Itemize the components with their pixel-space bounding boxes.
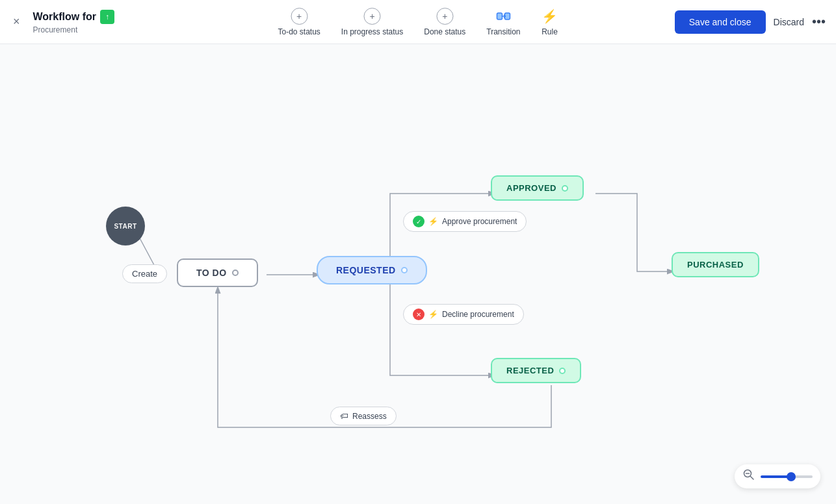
- create-label: Create: [122, 264, 167, 283]
- toolbar-done-label: Done status: [424, 27, 465, 36]
- toolbar-todo-status[interactable]: + To-do status: [278, 8, 320, 36]
- reassess-label: 🏷 Reassess: [330, 407, 397, 425]
- approve-green-icon: ✓: [413, 216, 425, 227]
- toolbar-inprogress-status[interactable]: + In progress status: [341, 8, 403, 36]
- toolbar-transition-label: Transition: [486, 27, 520, 36]
- header-right: Save and close Discard •••: [675, 10, 826, 34]
- decline-red-icon: ✕: [413, 309, 425, 320]
- toolbar-done-status[interactable]: + Done status: [424, 8, 465, 36]
- rejected-node[interactable]: REJECTED: [491, 358, 581, 383]
- toolbar-transition[interactable]: Transition: [486, 8, 520, 36]
- zoom-controls: [735, 464, 820, 488]
- start-label: START: [106, 207, 145, 246]
- approved-node[interactable]: APPROVED: [491, 175, 584, 201]
- decline-transition[interactable]: ✕ ⚡ Decline procurement: [403, 304, 524, 325]
- title-block: Workflow for ↑ Procurement: [33, 10, 114, 34]
- rejected-label: REJECTED: [491, 358, 581, 383]
- requested-node[interactable]: REQUESTED: [317, 256, 427, 284]
- toolbar-rule[interactable]: ⚡ Rule: [542, 8, 558, 36]
- requested-label: REQUESTED: [317, 256, 427, 284]
- rejected-dot: [559, 368, 566, 374]
- bolt-icon: ⚡: [542, 8, 558, 25]
- approve-bolt-icon: ⚡: [428, 217, 438, 226]
- transition-icon: [495, 8, 512, 25]
- reassess-transition[interactable]: 🏷 Reassess: [330, 407, 397, 425]
- header: × Workflow for ↑ Procurement + To-do sta…: [0, 0, 836, 44]
- start-node[interactable]: START: [106, 207, 145, 246]
- workflow-canvas[interactable]: START Create TO DO REQUESTED ✓ ⚡ Approve…: [0, 44, 836, 504]
- approved-label: APPROVED: [491, 175, 584, 201]
- todo-label: TO DO: [177, 258, 258, 287]
- more-button[interactable]: •••: [812, 14, 826, 29]
- zoom-icon: [742, 468, 755, 485]
- svg-line-6: [751, 477, 754, 480]
- purchased-label: PURCHASED: [672, 252, 759, 277]
- approve-label: ✓ ⚡ Approve procurement: [403, 211, 527, 232]
- todo-plus-icon: +: [291, 8, 307, 25]
- discard-button[interactable]: Discard: [774, 17, 804, 27]
- flag-icon: 🏷: [340, 411, 348, 421]
- todo-node[interactable]: TO DO: [177, 258, 258, 287]
- toolbar-rule-label: Rule: [542, 27, 558, 36]
- approve-transition[interactable]: ✓ ⚡ Approve procurement: [403, 211, 527, 232]
- requested-dot: [401, 267, 408, 273]
- toolbar: + To-do status + In progress status + Do…: [278, 8, 558, 36]
- decline-bolt-icon: ⚡: [428, 310, 438, 319]
- subtitle: Procurement: [33, 25, 114, 34]
- approved-dot: [562, 185, 568, 192]
- done-plus-icon: +: [436, 8, 453, 25]
- title-text: Workflow for: [33, 11, 96, 23]
- purchased-node[interactable]: PURCHASED: [672, 252, 759, 277]
- svg-rect-0: [497, 13, 502, 19]
- save-button[interactable]: Save and close: [675, 10, 766, 34]
- create-transition[interactable]: Create: [122, 264, 167, 283]
- toolbar-todo-label: To-do status: [278, 27, 320, 36]
- inprogress-plus-icon: +: [364, 8, 381, 25]
- decline-label: ✕ ⚡ Decline procurement: [403, 304, 524, 325]
- toolbar-inprogress-label: In progress status: [341, 27, 403, 36]
- todo-dot: [232, 270, 239, 276]
- title-icon: ↑: [100, 10, 114, 24]
- title-line: Workflow for ↑: [33, 10, 114, 24]
- zoom-slider[interactable]: [761, 475, 813, 478]
- close-button[interactable]: ×: [10, 12, 23, 31]
